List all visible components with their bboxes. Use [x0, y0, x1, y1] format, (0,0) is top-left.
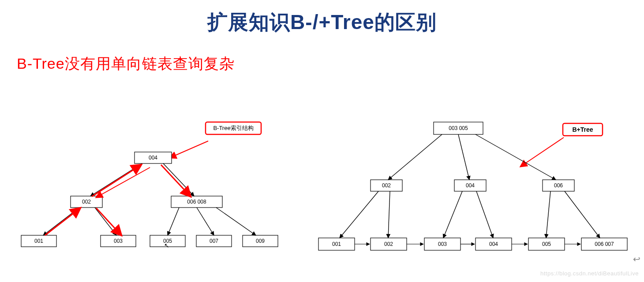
btree-mid-left-text: 002	[82, 199, 91, 205]
edge-midright-l3	[168, 208, 179, 235]
watermark-text: https://blog.csdn.net/diBeautifulLive	[540, 270, 639, 277]
bptree-root-text: 003 005	[449, 125, 468, 131]
bptree-leaf-3-text: 003	[438, 241, 447, 247]
edge-ml-l2	[388, 191, 390, 238]
btree-label-arrow	[170, 141, 208, 158]
btree-diagram: B-Tree索引结构 004 002 006 008 001 003 005 0…	[9, 110, 291, 269]
bptree-leaf-1-text: 001	[332, 241, 341, 247]
edge-midleft-l2	[95, 208, 116, 235]
red-path-back-1	[96, 167, 150, 197]
bptree-leaf-6-text: 006 007	[595, 241, 614, 247]
edge-root-mr	[476, 134, 556, 180]
btree-leaf-5-text: 009	[256, 238, 265, 244]
reply-arrow-icon: ↩	[633, 254, 640, 264]
edge-midleft-l1	[43, 208, 79, 235]
edge-mr-l5	[546, 191, 550, 238]
edge-root-mc	[458, 134, 469, 180]
bptree-label-text: B+Tree	[572, 126, 593, 133]
red-path-1	[45, 208, 80, 235]
edge-midright-l4	[197, 208, 214, 235]
bptree-mid-left-text: 002	[382, 182, 391, 189]
edge-midright-l5	[216, 208, 256, 235]
bptree-leaf-4-text: 004	[489, 241, 498, 247]
btree-mid-right-text: 006 008	[187, 199, 206, 205]
btree-leaf-2-text: 003	[114, 238, 123, 244]
btree-label-text: B-Tree索引结构	[213, 125, 253, 131]
edge-mr-l6	[565, 191, 600, 238]
edge-mc-l4	[476, 191, 493, 238]
edge-mc-l3	[443, 191, 462, 238]
bptree-label-arrow	[520, 137, 564, 167]
edge-ml-l1	[340, 191, 378, 238]
bptree-leaf-2-text: 002	[384, 241, 393, 247]
btree-root-text: 004	[149, 155, 157, 161]
red-path-4	[96, 208, 121, 235]
bptree-mid-right-text: 006	[554, 182, 563, 189]
btree-leaf-4-text: 007	[210, 238, 218, 244]
edge-root-midright	[163, 163, 194, 196]
subtitle-note: B-Tree没有用单向链表查询复杂	[17, 54, 644, 74]
bptree-diagram: B+Tree 003 005 002 004 006 001 002 003 0…	[300, 110, 644, 269]
red-path-3	[161, 165, 191, 197]
btree-leaf-1-text: 001	[34, 238, 43, 244]
red-path-2	[92, 165, 141, 197]
page-title: 扩展知识B-/+Tree的区别	[0, 9, 644, 36]
cursor-icon: ↖	[164, 242, 169, 249]
edge-root-ml	[388, 134, 442, 180]
bptree-mid-center-text: 004	[466, 182, 475, 189]
bptree-leaf-5-text: 005	[542, 241, 551, 247]
edge-root-midleft	[90, 163, 142, 196]
